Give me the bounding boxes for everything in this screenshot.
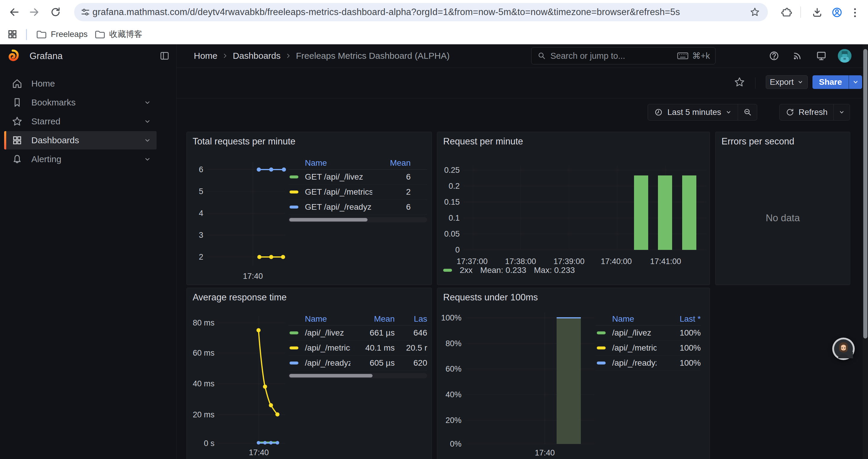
series-swatch[interactable]	[443, 269, 452, 272]
chevron-down-icon[interactable]	[144, 99, 151, 106]
no-data-message: No data	[716, 212, 850, 224]
series-swatch[interactable]	[289, 347, 299, 350]
news-rss-icon[interactable]	[791, 50, 803, 62]
y-tick: 0.2	[448, 182, 460, 191]
series-swatch[interactable]	[597, 362, 606, 364]
brand-name[interactable]: Grafana	[30, 51, 63, 61]
series-swatch[interactable]	[289, 175, 299, 178]
series-mean: Mean: 0.233	[480, 266, 526, 275]
series-name[interactable]: /api/_/metrics	[612, 343, 656, 353]
forward-icon[interactable]	[28, 6, 40, 18]
star-dashboard-icon[interactable]	[734, 76, 745, 88]
bookmark-star-icon[interactable]	[749, 7, 760, 18]
url-bar[interactable]: grafana.mathmast.com/d/deytv4rwavabkb/fr…	[74, 3, 768, 21]
search-input[interactable]: Search or jump to... ⌘+k	[531, 47, 716, 64]
screen-share-icon[interactable]	[815, 50, 827, 62]
legend-table: Name Mean GET /api/_/livez 6 GET /api/_/…	[288, 157, 427, 222]
series-last: 646	[395, 328, 427, 338]
grafana-logo[interactable]	[6, 49, 19, 62]
series-name[interactable]: /api/_/livez	[305, 328, 350, 338]
bookmark-folder-blogs[interactable]: 收藏博客	[94, 24, 143, 44]
sidebar-item-alerting[interactable]: Alerting	[4, 150, 157, 168]
series-name[interactable]: GET /api/_/readyz	[305, 202, 372, 212]
user-avatar[interactable]	[838, 49, 851, 63]
page-scrollbar[interactable]	[863, 44, 868, 459]
share-button[interactable]: Share	[812, 75, 848, 89]
series-name[interactable]: 2xx	[460, 266, 473, 275]
help-icon[interactable]	[768, 50, 780, 62]
series-swatch[interactable]	[597, 331, 606, 334]
sidebar-toggle-icon[interactable]	[159, 50, 170, 61]
panel-request-per-minute: Request per minute 0.25 0.2 0.15 0.1 0.0…	[437, 132, 710, 285]
bookmark-folder-freeleaps[interactable]: Freeleaps	[35, 24, 88, 44]
series-name[interactable]: /api/_/readyz	[612, 358, 656, 368]
legend-header-name[interactable]: Name	[305, 314, 350, 324]
site-settings-icon[interactable]	[80, 7, 91, 18]
breadcrumb-home[interactable]: Home	[194, 51, 217, 61]
series-name[interactable]: /api/_/readyz	[305, 358, 350, 368]
bar-chart[interactable]: 0.25 0.2 0.15 0.1 0.05 0 17:37:00 17:38:…	[437, 132, 710, 285]
sidebar-border	[176, 44, 177, 459]
line-chart[interactable]: 80 ms 60 ms 40 ms 20 ms 0 s 17:40	[187, 288, 289, 459]
assistant-avatar[interactable]	[832, 338, 855, 360]
series-swatch[interactable]	[289, 331, 299, 334]
sidebar-item-dashboards[interactable]: Dashboards	[4, 131, 157, 150]
refresh-button[interactable]: Refresh	[780, 104, 833, 120]
series-last: 20.5 r	[395, 343, 427, 353]
apps-grid-icon[interactable]	[6, 28, 18, 40]
reload-icon[interactable]	[50, 6, 61, 18]
series-swatch[interactable]	[289, 205, 299, 208]
legend-scrollbar-thumb[interactable]	[289, 374, 373, 378]
legend-scrollbar[interactable]	[288, 217, 427, 222]
breadcrumb-dashboards[interactable]: Dashboards	[233, 51, 281, 61]
sidebar-item-starred[interactable]: Starred	[4, 112, 157, 131]
series-mean: 6	[372, 172, 411, 182]
legend-header-mean[interactable]: Mean	[372, 158, 411, 168]
export-button[interactable]: Export	[766, 75, 808, 89]
legend-header-mean[interactable]: Mean	[350, 314, 395, 324]
bookmark-label: 收藏博客	[109, 29, 143, 40]
legend-scrollbar-thumb[interactable]	[289, 218, 368, 222]
series-last: 100%	[656, 328, 701, 338]
download-icon[interactable]	[811, 6, 823, 18]
line-chart[interactable]: 6 5 4 3 2 17:40	[187, 132, 289, 285]
share-menu-button[interactable]	[848, 75, 862, 89]
toolbar-divider	[800, 6, 801, 18]
series-swatch[interactable]	[289, 362, 299, 364]
series-name[interactable]: GET /api/_/livez	[305, 172, 372, 182]
legend-header-name[interactable]: Name	[305, 158, 372, 168]
chevron-down-icon[interactable]	[144, 155, 151, 163]
browser-menu-icon[interactable]	[853, 7, 857, 19]
zoom-out-button[interactable]	[738, 104, 757, 120]
extensions-icon[interactable]	[780, 6, 792, 18]
url-text[interactable]: grafana.mathmast.com/d/deytv4rwavabkb/fr…	[92, 3, 680, 21]
y-tick: 20 ms	[193, 410, 215, 419]
y-tick: 60%	[445, 364, 462, 373]
time-range-picker[interactable]: Last 5 minutes	[648, 104, 738, 120]
back-icon[interactable]	[8, 6, 20, 18]
chevron-down-icon[interactable]	[144, 118, 151, 125]
profile-icon[interactable]	[831, 6, 843, 18]
legend-scrollbar[interactable]	[288, 373, 427, 379]
sidebar-item-bookmarks[interactable]: Bookmarks	[4, 93, 157, 112]
y-tick: 0	[455, 245, 460, 254]
legend-header-last[interactable]: Las	[395, 314, 427, 324]
legend-header-name[interactable]: Name	[612, 314, 656, 324]
chevron-down-icon[interactable]	[144, 136, 151, 144]
bookmark-label: Freeleaps	[51, 30, 88, 39]
series-name[interactable]: /api/_/livez	[612, 328, 656, 338]
series-last: 620	[395, 358, 427, 368]
series-name[interactable]: /api/_/metrics	[305, 343, 350, 353]
sidebar-item-label: Starred	[31, 117, 144, 126]
series-swatch[interactable]	[597, 347, 606, 350]
series-name[interactable]: GET /api/_/metrics	[305, 187, 372, 197]
panel-title[interactable]: Errors per second	[721, 136, 794, 147]
sidebar-item-home[interactable]: Home	[4, 74, 157, 93]
refresh-interval-button[interactable]	[834, 104, 850, 120]
page-scrollbar-thumb[interactable]	[863, 49, 867, 338]
panel-avg-response-time: Average response time 80 ms 60 ms 40 ms …	[186, 288, 432, 459]
legend-table: Name Mean Las /api/_/livez 661 µs 646 /a…	[288, 313, 427, 379]
series-swatch[interactable]	[289, 191, 299, 193]
legend-header-last[interactable]: Last *	[656, 314, 701, 324]
grafana-header: Grafana Home Dashboards Freeleaps Metric…	[0, 44, 868, 68]
